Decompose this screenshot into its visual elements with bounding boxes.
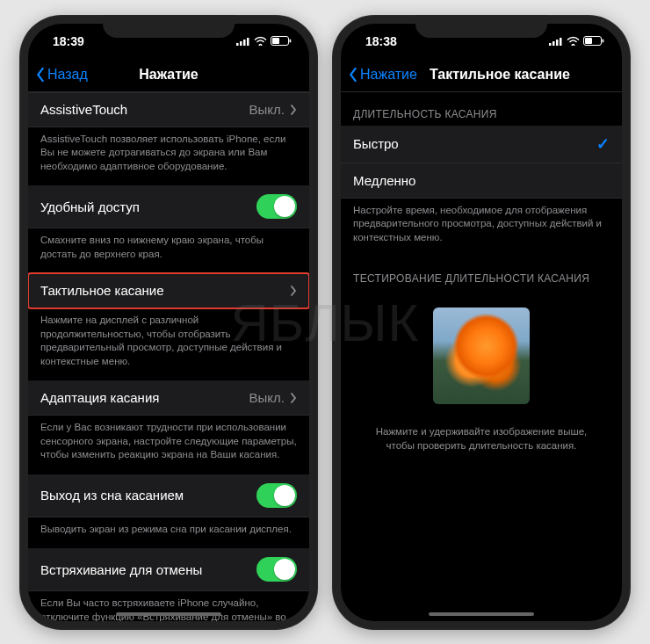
status-bar: 18:38 <box>341 24 622 59</box>
settings-list[interactable]: ДЛИТЕЛЬНОСТЬ КАСАНИЯ Быстро ✓ Медленно Н… <box>341 92 622 621</box>
chevron-left-icon <box>348 67 358 83</box>
row-label: Встряхивание для отмены <box>40 562 202 577</box>
wifi-icon <box>567 36 580 46</box>
svg-rect-5 <box>272 38 279 44</box>
home-indicator[interactable] <box>429 612 534 616</box>
screen-right: 18:38 Нажатие Тактильное <box>341 24 622 621</box>
chevron-right-icon <box>290 286 297 296</box>
row-tap-to-wake[interactable]: Выход из сна касанием <box>28 474 309 517</box>
svg-rect-8 <box>552 41 555 46</box>
svg-rect-13 <box>603 40 604 43</box>
row-value <box>290 286 297 296</box>
svg-rect-7 <box>549 43 552 46</box>
row-label: Выход из сна касанием <box>40 488 184 503</box>
status-time: 18:39 <box>53 34 84 48</box>
section-header-test: ТЕСТИРОВАНИЕ ДЛИТЕЛЬНОСТИ КАСАНИЯ <box>341 257 622 290</box>
chevron-left-icon <box>35 67 46 83</box>
status-indicators <box>549 36 604 46</box>
footer-tap-wake: Выводить экран из режима сна при касании… <box>28 517 309 549</box>
row-value: Выкл. <box>249 102 297 117</box>
footer-reachability: Смахните вниз по нижнему краю экрана, чт… <box>28 228 309 273</box>
screen-left: 18:39 Назад Нажатие Assis <box>28 24 309 621</box>
settings-list[interactable]: AssistiveTouch Выкл. AssistiveTouch позв… <box>28 92 309 621</box>
svg-rect-9 <box>556 40 559 46</box>
back-label: Назад <box>47 67 88 83</box>
page-title: Тактильное касание <box>430 67 570 83</box>
row-speed-fast[interactable]: Быстро ✓ <box>341 126 622 163</box>
cellular-icon <box>549 37 563 46</box>
section-header-duration: ДЛИТЕЛЬНОСТЬ КАСАНИЯ <box>341 92 622 126</box>
toggle-on[interactable] <box>256 483 297 508</box>
row-assistivetouch[interactable]: AssistiveTouch Выкл. <box>28 92 309 127</box>
cellular-icon <box>236 37 250 46</box>
toggle-on[interactable] <box>256 194 297 219</box>
footer-shake: Если Вы часто встряхиваете iPhone случай… <box>28 591 309 620</box>
row-haptic-touch[interactable]: Тактильное касание <box>28 273 309 308</box>
phone-left: 18:39 Назад Нажатие Assis <box>19 15 318 630</box>
row-speed-slow[interactable]: Медленно <box>341 163 622 199</box>
back-label: Нажатие <box>360 67 417 83</box>
toggle-on[interactable] <box>256 557 297 582</box>
svg-rect-0 <box>236 43 239 46</box>
status-indicators <box>236 36 292 46</box>
row-label: Быстро <box>353 136 399 151</box>
home-indicator[interactable] <box>116 612 221 616</box>
status-time: 18:38 <box>365 34 397 48</box>
test-image-container <box>341 290 622 413</box>
footer-test: Нажмите и удерживайте изображение выше, … <box>341 413 622 465</box>
back-button[interactable]: Назад <box>35 67 88 83</box>
wifi-icon <box>254 36 267 46</box>
row-label: Адаптация касания <box>40 390 159 405</box>
svg-rect-3 <box>247 38 249 46</box>
footer-assistivetouch: AssistiveTouch позволяет использовать iP… <box>28 127 309 186</box>
row-label: Тактильное касание <box>40 283 164 298</box>
checkmark-icon: ✓ <box>596 134 610 154</box>
svg-rect-12 <box>585 38 592 44</box>
chevron-right-icon <box>290 105 297 115</box>
battery-icon <box>271 36 292 46</box>
row-shake-undo[interactable]: Встряхивание для отмены <box>28 548 309 591</box>
row-label: Удобный доступ <box>40 199 140 214</box>
row-accommodations[interactable]: Адаптация касания Выкл. <box>28 380 309 416</box>
row-value: Выкл. <box>249 390 297 405</box>
svg-rect-6 <box>290 40 292 43</box>
nav-bar: Нажатие Тактильное касание <box>341 59 622 92</box>
phone-right: 18:38 Нажатие Тактильное <box>332 15 631 630</box>
status-bar: 18:39 <box>28 24 309 59</box>
footer-accommodations: Если у Вас возникают трудности при испол… <box>28 416 309 474</box>
test-image-flower[interactable] <box>433 308 530 404</box>
nav-bar: Назад Нажатие <box>28 59 309 92</box>
svg-rect-1 <box>240 41 242 46</box>
svg-rect-10 <box>560 38 562 46</box>
row-label: Медленно <box>353 173 415 188</box>
battery-icon <box>583 36 604 46</box>
chevron-right-icon <box>290 393 297 403</box>
back-button[interactable]: Нажатие <box>348 67 417 83</box>
footer-haptic: Нажмите на дисплей с различной продолжит… <box>28 308 309 380</box>
row-reachability[interactable]: Удобный доступ <box>28 185 309 228</box>
footer-duration: Настройте время, необходимое для отображ… <box>341 199 622 257</box>
row-label: AssistiveTouch <box>40 102 127 117</box>
svg-rect-2 <box>243 40 246 46</box>
